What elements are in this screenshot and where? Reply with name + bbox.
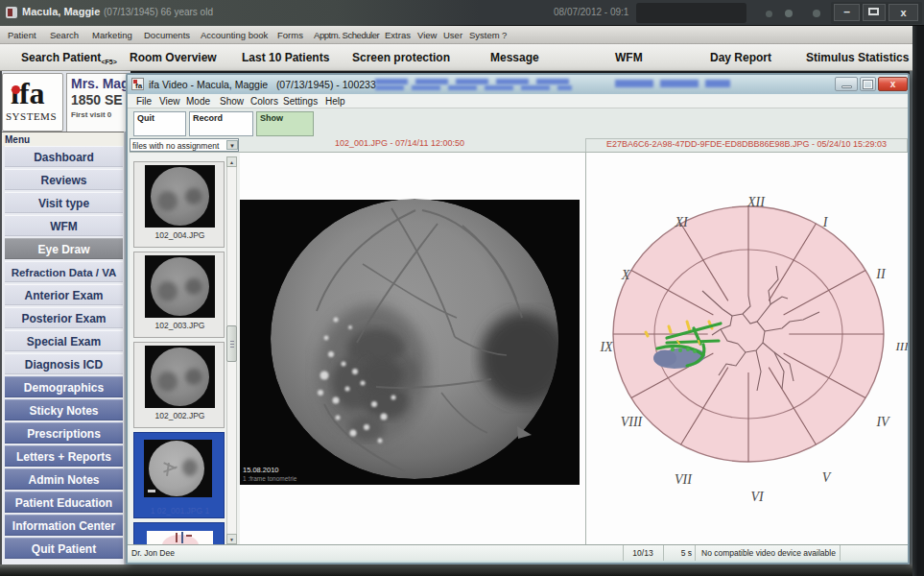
svg-text:V: V <box>822 470 832 485</box>
svg-text:XI: XI <box>674 215 689 229</box>
svg-text:III: III <box>895 339 909 353</box>
svg-text:I: I <box>822 215 829 229</box>
svg-text:15.08.2010: 15.08.2010 <box>243 466 279 474</box>
svg-text:1 :frame tonometrie: 1 :frame tonometrie <box>243 475 297 482</box>
svg-text:IX: IX <box>599 340 613 354</box>
svg-text:II: II <box>875 267 887 281</box>
svg-text:XII: XII <box>746 195 766 209</box>
svg-text:IV: IV <box>875 415 890 429</box>
svg-text:VIII: VIII <box>621 415 644 429</box>
svg-text:VI: VI <box>750 490 765 504</box>
svg-text:VII: VII <box>675 472 693 487</box>
svg-text:X: X <box>621 268 630 282</box>
